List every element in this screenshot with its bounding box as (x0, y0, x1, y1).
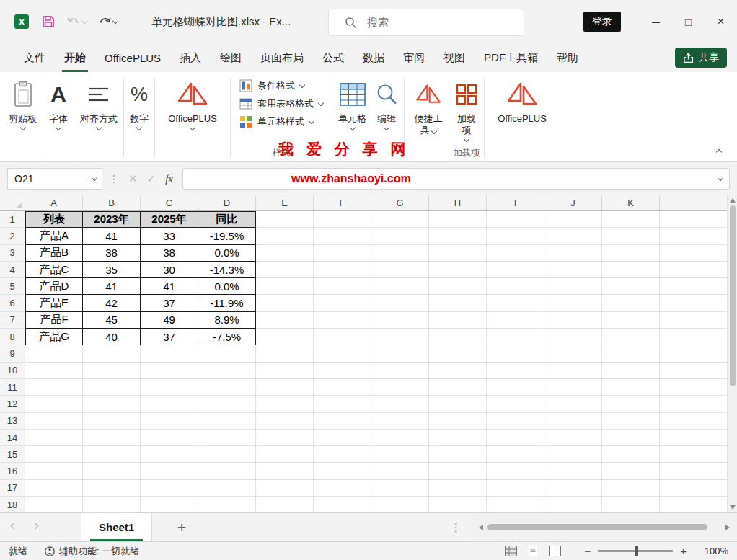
cell-G16[interactable] (371, 463, 429, 479)
officeplus-button[interactable]: OfficePLUS (156, 74, 229, 130)
undo-button[interactable] (66, 16, 87, 27)
enter-icon[interactable]: ✓ (147, 172, 156, 185)
cell-C13[interactable] (141, 413, 198, 430)
cell-A8[interactable]: 产品G (25, 329, 83, 345)
cell-J15[interactable] (544, 446, 602, 463)
select-all-corner[interactable] (0, 195, 25, 210)
cell-H10[interactable] (429, 363, 487, 379)
cell-J16[interactable] (544, 463, 602, 479)
cell-C11[interactable] (141, 379, 198, 396)
cell-F12[interactable] (314, 396, 371, 412)
normal-view-icon[interactable] (505, 546, 517, 556)
format-as-table-button[interactable]: 套用表格格式 (239, 97, 323, 110)
cell-F6[interactable] (314, 295, 371, 311)
cell-J2[interactable] (544, 228, 602, 244)
cell-I17[interactable] (487, 480, 544, 497)
cell-A10[interactable] (25, 363, 83, 379)
cell-E4[interactable] (256, 262, 314, 278)
cell-E12[interactable] (256, 396, 314, 412)
cell-F8[interactable] (314, 329, 371, 345)
cell-G17[interactable] (371, 480, 429, 497)
cell-D15[interactable] (198, 446, 256, 463)
cell-D6[interactable]: -11.9% (198, 295, 256, 311)
cell-F10[interactable] (314, 363, 371, 379)
cell-G9[interactable] (371, 345, 429, 362)
cell-C5[interactable]: 41 (141, 278, 198, 295)
cell-G1[interactable] (371, 211, 429, 228)
cell-A9[interactable] (25, 345, 83, 362)
undo-dropdown-icon[interactable] (81, 17, 87, 23)
scroll-down-icon[interactable] (730, 505, 736, 510)
cell-I8[interactable] (487, 329, 544, 345)
cell-K12[interactable] (602, 396, 660, 412)
cell-F17[interactable] (314, 480, 371, 497)
cell-B7[interactable]: 45 (83, 312, 141, 329)
zoom-level[interactable]: 100% (698, 546, 728, 556)
cell-H4[interactable] (429, 262, 487, 278)
cell-C17[interactable] (141, 480, 198, 497)
cell-E6[interactable] (256, 295, 314, 311)
cell-B6[interactable]: 42 (83, 295, 141, 311)
cell-I12[interactable] (487, 396, 544, 412)
column-header-K[interactable]: K (602, 195, 660, 210)
cell-I6[interactable] (487, 295, 544, 311)
add-ins-button[interactable]: 加载项 (451, 74, 482, 141)
cell-J18[interactable] (544, 497, 602, 512)
cell-K13[interactable] (602, 413, 660, 430)
cell-A6[interactable]: 产品E (25, 295, 83, 311)
cell-B3[interactable]: 38 (83, 245, 141, 262)
cell-K2[interactable] (602, 228, 660, 244)
row-header-8[interactable]: 8 (0, 329, 25, 345)
row-header-16[interactable]: 16 (0, 463, 25, 479)
cell-E5[interactable] (256, 278, 314, 295)
cell-E17[interactable] (256, 480, 314, 497)
cell-J5[interactable] (544, 278, 602, 295)
row-header-2[interactable]: 2 (0, 228, 25, 244)
cell-F2[interactable] (314, 228, 371, 244)
zoom-slider-thumb[interactable] (635, 546, 638, 556)
cell-G6[interactable] (371, 295, 429, 311)
cell-A18[interactable] (25, 497, 83, 512)
cell-E15[interactable] (256, 446, 314, 463)
cell-H14[interactable] (429, 430, 487, 446)
cell-G8[interactable] (371, 329, 429, 345)
cell-D7[interactable]: 8.9% (198, 312, 256, 329)
font-button[interactable]: A 字体 (45, 74, 72, 130)
cell-K17[interactable] (602, 480, 660, 497)
cell-D16[interactable] (198, 463, 256, 479)
cell-K14[interactable] (602, 430, 660, 446)
ribbon-tab-帮助[interactable]: 帮助 (547, 43, 588, 72)
row-header-15[interactable]: 15 (0, 446, 25, 463)
column-header-I[interactable]: I (487, 195, 544, 210)
scroll-left-icon[interactable] (479, 525, 483, 530)
formula-bar-handle[interactable]: ⋮ (109, 173, 119, 185)
cell-D11[interactable] (198, 379, 256, 396)
cell-H17[interactable] (429, 480, 487, 497)
cell-I1[interactable] (487, 211, 544, 228)
login-button[interactable]: 登录 (583, 12, 621, 32)
cell-B16[interactable] (83, 463, 141, 479)
cell-H15[interactable] (429, 446, 487, 463)
cell-G13[interactable] (371, 413, 429, 430)
cell-D10[interactable] (198, 363, 256, 379)
cell-G4[interactable] (371, 262, 429, 278)
cell-A1[interactable]: 列表 (25, 211, 83, 228)
collapse-ribbon-icon[interactable] (716, 149, 722, 155)
cell-C15[interactable] (141, 446, 198, 463)
cell-H18[interactable] (429, 497, 487, 512)
next-sheet-icon[interactable] (32, 523, 38, 529)
cell-D18[interactable] (198, 497, 256, 512)
cell-A17[interactable] (25, 480, 83, 497)
cell-A7[interactable]: 产品F (25, 312, 83, 329)
cell-A5[interactable]: 产品D (25, 278, 83, 295)
name-box[interactable]: O21 (7, 168, 102, 190)
maximize-button[interactable]: □ (672, 0, 705, 43)
row-header-11[interactable]: 11 (0, 379, 25, 396)
cell-G2[interactable] (371, 228, 429, 244)
zoom-out-button[interactable]: − (584, 545, 591, 557)
cell-I5[interactable] (487, 278, 544, 295)
alignment-button[interactable]: 对齐方式 (76, 74, 122, 130)
ribbon-tab-绘图[interactable]: 绘图 (211, 43, 251, 72)
cell-B4[interactable]: 35 (83, 262, 141, 278)
row-header-9[interactable]: 9 (0, 345, 25, 362)
